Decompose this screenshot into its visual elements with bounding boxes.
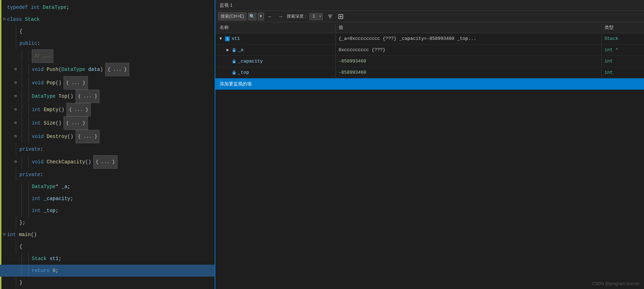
svg-rect-10 <box>233 72 235 74</box>
arrow-left-button[interactable]: ← <box>266 13 275 20</box>
var-name-top: _top <box>238 70 249 75</box>
collapse-all-button[interactable] <box>336 13 345 20</box>
row-value-a: 0xccccccccc {???} <box>336 46 601 54</box>
guide-line <box>22 193 22 205</box>
guide-line <box>28 50 29 62</box>
code-text: DataType Top() <box>32 90 73 102</box>
code-text: { <box>19 241 22 253</box>
code-text: } <box>19 277 22 289</box>
expand-icon[interactable]: ⊟ <box>13 159 18 165</box>
guide-line <box>28 193 29 205</box>
code-box: { ... } <box>64 116 88 130</box>
guide-line <box>28 156 29 168</box>
guide-line <box>16 37 16 49</box>
no-expand <box>13 208 18 213</box>
watch-columns: 名称 值 类型 <box>215 22 644 33</box>
svg-rect-8 <box>233 50 235 52</box>
watch-panel: 监视 1 搜索(Ctrl+E) 🔍 ▼ ← → 搜索深度： 3 ▼ <box>215 0 644 289</box>
code-text: void Pop() <box>32 77 61 89</box>
col-header-name: 名称 <box>215 24 335 31</box>
code-line: int _top; <box>0 205 215 217</box>
expand-triangle-st1[interactable]: ▼ <box>218 36 223 41</box>
object-icon: S <box>225 36 230 42</box>
watch-row-st1[interactable]: ▼ S st1 {_a=0xccccccccc {???} _capacity=… <box>215 33 644 44</box>
row-value-capacity: -858993460 <box>336 57 601 65</box>
expand-triangle-a[interactable]: ▶ <box>225 48 230 53</box>
var-value-top: -858993460 <box>339 70 366 75</box>
code-text: void Destroy() <box>32 131 73 143</box>
collapse-all-icon <box>338 14 344 19</box>
expand-icon[interactable]: ⊟ <box>13 134 18 139</box>
row-value-st1: {_a=0xccccccccc {???} _capacity=-8589934… <box>336 35 601 43</box>
row-name-capacity: ▶ _capacity <box>215 57 335 65</box>
guide-line <box>28 77 29 89</box>
no-expand <box>13 268 18 273</box>
watch-row-capacity[interactable]: ▶ _capacity -858993460 int <box>215 56 644 67</box>
var-name-capacity: _capacity <box>238 59 263 64</box>
no-expand <box>7 220 13 225</box>
expand-icon[interactable]: ⊟ <box>13 67 18 72</box>
add-watch-row[interactable]: 添加要监视的项 <box>215 78 644 90</box>
type-capacity: int <box>604 59 613 64</box>
search-depth-label: 搜索深度： <box>287 13 308 19</box>
no-expand <box>13 196 18 201</box>
code-box: { ... } <box>76 90 100 103</box>
expand-icon[interactable]: ⊟ <box>1 232 7 237</box>
dropdown-icon: ▼ <box>260 14 262 18</box>
type-top: int <box>604 70 613 75</box>
no-expand <box>13 256 18 261</box>
lock-icon-a <box>232 48 237 53</box>
code-line: } <box>0 277 215 289</box>
row-name-st1: ▼ S st1 <box>215 35 335 43</box>
filter-icon <box>327 14 333 19</box>
no-expand <box>7 244 13 249</box>
guide-line <box>16 25 16 37</box>
expand-icon[interactable]: ⊟ <box>13 80 18 86</box>
guide-line <box>22 131 22 143</box>
code-line: ⊟ void Push(DataType data) { ... } <box>0 63 215 76</box>
no-expand <box>13 184 18 189</box>
col-header-value: 值 <box>336 24 601 31</box>
code-text: int Size() <box>32 117 61 129</box>
guide-line <box>16 143 16 155</box>
guide-line <box>22 117 22 129</box>
depth-dropdown-icon[interactable]: ▼ <box>318 15 322 18</box>
code-text: public: <box>19 37 40 49</box>
code-line: ⊟ void CheckCapacity() { ... } <box>0 155 215 169</box>
search-icon-button[interactable]: 🔍 <box>248 13 256 20</box>
var-name-a: _a <box>238 47 244 53</box>
code-line: private: <box>0 169 215 181</box>
var-value-a: 0xccccccccc {???} <box>339 47 386 53</box>
watermark: CSDN @program-learner <box>592 281 640 286</box>
add-watch-label[interactable]: 添加要监视的项 <box>215 79 256 89</box>
expand-icon[interactable]: ⊟ <box>1 17 7 22</box>
watch-row-top[interactable]: ▶ _top -858993460 int <box>215 67 644 78</box>
no-expand <box>13 53 18 59</box>
expand-icon[interactable]: ⊟ <box>13 107 18 113</box>
watch-row-a[interactable]: ▶ _a 0xccccccccc {???} int * <box>215 44 644 56</box>
guide-line <box>28 117 29 129</box>
guide-line <box>22 77 22 89</box>
code-line: { <box>0 241 215 253</box>
code-text: return 0; <box>32 265 59 277</box>
code-text: private: <box>19 143 43 155</box>
watch-header: 监视 1 <box>215 0 644 11</box>
row-value-top: -858993460 <box>336 68 601 77</box>
expand-icon[interactable]: ⊟ <box>13 120 18 126</box>
col-header-type: 类型 <box>602 24 644 31</box>
guide-line <box>28 104 29 116</box>
code-text: int Empty() <box>32 104 64 116</box>
dropdown-arrow-button[interactable]: ▼ <box>258 13 264 20</box>
code-line: }; <box>0 217 215 229</box>
code-text: int _capacity; <box>32 193 73 205</box>
code-line: int _capacity; <box>0 193 215 205</box>
expand-icon[interactable]: ⊟ <box>13 94 18 99</box>
filter-button[interactable] <box>326 13 335 20</box>
guide-line <box>16 169 16 181</box>
svg-rect-1 <box>329 16 332 17</box>
code-text: Stack st1; <box>32 253 61 265</box>
guide-line <box>28 64 29 76</box>
watch-toolbar: 搜索(Ctrl+E) 🔍 ▼ ← → 搜索深度： 3 ▼ <box>215 11 644 22</box>
search-box[interactable]: 搜索(Ctrl+E) <box>218 12 246 20</box>
arrow-right-button[interactable]: → <box>276 13 285 20</box>
